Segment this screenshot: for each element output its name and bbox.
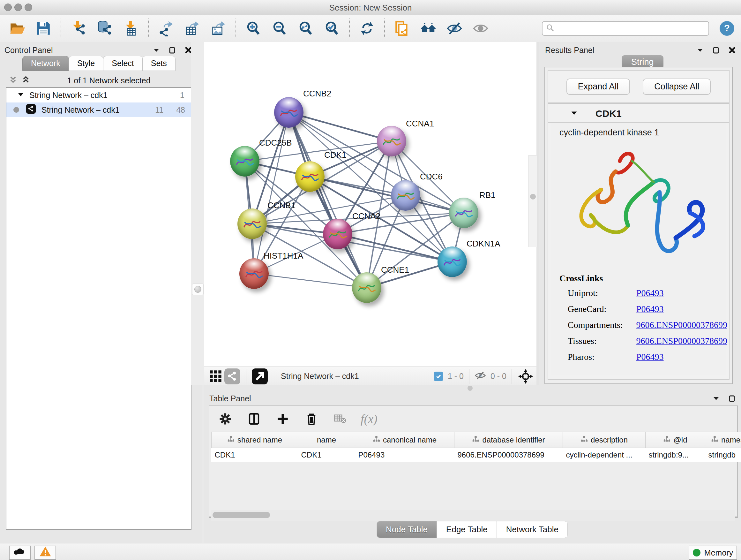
node-ccna1[interactable] [377, 126, 406, 157]
import-table-icon[interactable] [123, 20, 139, 37]
export-image-icon[interactable] [210, 20, 226, 37]
panel-menu-icon[interactable] [696, 46, 704, 55]
svg-text:?: ? [724, 23, 730, 33]
node-cdk1[interactable] [295, 161, 325, 192]
column-header-id[interactable]: @id [646, 432, 705, 448]
open-folder-icon[interactable] [9, 20, 25, 37]
expand-all-icon[interactable] [22, 76, 29, 85]
eye-crossed-icon[interactable] [446, 20, 463, 37]
table-hscrollbar[interactable] [211, 510, 735, 521]
splitter-grip-icon[interactable] [468, 386, 473, 391]
tab-select[interactable]: Select [103, 56, 142, 71]
zoom-in-icon[interactable] [245, 20, 262, 37]
node-hist1h1a[interactable] [239, 258, 269, 289]
network-view-canvas[interactable]: CCNB2CCNA1CDC25BCDK1CDC6RB1CCNB1CCNA2CDK… [204, 42, 536, 367]
node-ccne1[interactable] [352, 272, 381, 303]
panel-menu-icon[interactable] [712, 395, 720, 403]
refresh-icon[interactable] [359, 20, 375, 37]
search-input[interactable] [555, 23, 705, 33]
column-header-sharedname[interactable]: shared name [212, 432, 298, 448]
zoom-out-icon[interactable] [271, 20, 288, 37]
tab-edge-table[interactable]: Edge Table [437, 521, 497, 538]
tab-network[interactable]: Network [22, 56, 69, 71]
tree-expander-icon[interactable] [17, 91, 24, 100]
scrollbar-thumb[interactable] [212, 512, 270, 518]
node-ccnb1[interactable] [238, 208, 267, 239]
column-header-name[interactable]: name [298, 432, 355, 448]
protein-thumbnail-icon [453, 204, 475, 223]
horizontal-splitter[interactable] [204, 385, 741, 392]
network-collection-row[interactable]: String Network – cdk1 1 [6, 88, 191, 103]
crosslink-link[interactable]: 9606.ENSP00000378699 [636, 320, 727, 330]
section-expander-icon[interactable] [570, 110, 578, 118]
column-header-canonicalname[interactable]: canonical name [355, 432, 455, 448]
panel-float-icon[interactable] [728, 395, 736, 403]
collapse-all-button[interactable]: Collapse All [643, 78, 711, 95]
collection-count: 1 [180, 91, 185, 100]
export-network-icon[interactable] [158, 20, 174, 37]
panel-close-icon[interactable] [728, 46, 736, 55]
tab-network-table[interactable]: Network Table [497, 521, 568, 538]
hidden-eye-icon[interactable] [475, 370, 486, 383]
hidden-count: 0 - 0 [490, 372, 507, 381]
copy-documents-icon[interactable] [394, 20, 410, 37]
node-cdc6[interactable] [391, 180, 420, 211]
eye-icon[interactable] [472, 20, 489, 37]
warnings-button[interactable] [35, 546, 56, 560]
node-rb1[interactable] [449, 198, 478, 228]
protein-thumbnail-icon [394, 187, 417, 205]
crosslink-link[interactable]: P06493 [636, 288, 664, 298]
function-builder-icon: f(x) [360, 412, 378, 426]
delete-column-icon[interactable] [303, 411, 320, 427]
selected-checkbox-icon[interactable] [434, 372, 443, 381]
save-floppy-icon[interactable] [35, 20, 52, 37]
crosslink-link[interactable]: 9606.ENSP00000378699 [636, 336, 727, 346]
network-row-selected[interactable]: String Network – cdk1 11 48 [6, 103, 191, 117]
zoom-fit-icon[interactable] [297, 20, 314, 37]
panel-menu-icon[interactable] [152, 46, 160, 55]
column-header-databaseidentifier[interactable]: database identifier [455, 432, 563, 448]
protein-thumbnail-icon [243, 265, 265, 284]
crosslink-link[interactable]: P06493 [636, 304, 664, 314]
export-table-icon[interactable] [184, 20, 200, 37]
node-ccnb2[interactable] [274, 97, 304, 128]
protein-thumbnail-icon [233, 152, 256, 171]
detach-view-icon[interactable] [252, 368, 268, 385]
tab-node-table[interactable]: Node Table [377, 521, 437, 538]
control-panel-tabs: NetworkStyleSelectSets [22, 56, 175, 71]
node-label-cdkn1a: CDKN1A [467, 239, 500, 249]
add-column-icon[interactable] [274, 411, 291, 427]
collapse-all-icon[interactable] [10, 76, 17, 85]
main-toolbar: ? [0, 15, 741, 43]
show-columns-icon[interactable] [246, 411, 262, 427]
node-cdc25b[interactable] [230, 146, 259, 177]
node-ccna2[interactable] [323, 219, 352, 249]
panel-float-icon[interactable] [712, 46, 720, 55]
memory-status-dot [693, 549, 700, 557]
thumbnail-grid-icon[interactable] [207, 368, 224, 385]
cloud-button[interactable] [9, 546, 30, 560]
column-header-namespace[interactable]: namespace [705, 432, 741, 448]
crosshair-icon[interactable] [517, 368, 534, 385]
vertical-splitter-left[interactable] [191, 42, 205, 385]
import-database-icon[interactable] [96, 20, 113, 37]
import-network-icon[interactable] [70, 20, 87, 37]
panel-float-icon[interactable] [169, 46, 176, 55]
memory-button[interactable]: Memory [689, 546, 737, 560]
table-row[interactable]: CDK1CDK1P064939606.ENSP00000378699cyclin… [212, 448, 741, 462]
splitter-grip[interactable] [192, 284, 204, 295]
node-cdkn1a[interactable] [437, 246, 467, 277]
network-share-icon[interactable] [224, 368, 241, 385]
help-icon[interactable]: ? [719, 20, 735, 37]
node-table[interactable]: shared namenamecanonical namedatabase id… [211, 432, 741, 462]
expand-all-button[interactable]: Expand All [566, 78, 630, 95]
houses-icon[interactable] [420, 20, 436, 37]
crosslink-link[interactable]: P06493 [636, 352, 664, 362]
tab-sets[interactable]: Sets [142, 56, 176, 71]
table-settings-icon[interactable] [217, 411, 233, 427]
column-header-description[interactable]: description [563, 432, 646, 448]
zoom-selected-icon[interactable] [324, 20, 340, 37]
tab-style[interactable]: Style [69, 56, 104, 71]
search-box[interactable] [542, 21, 709, 36]
results-panel-title: Results Panel [545, 46, 594, 55]
